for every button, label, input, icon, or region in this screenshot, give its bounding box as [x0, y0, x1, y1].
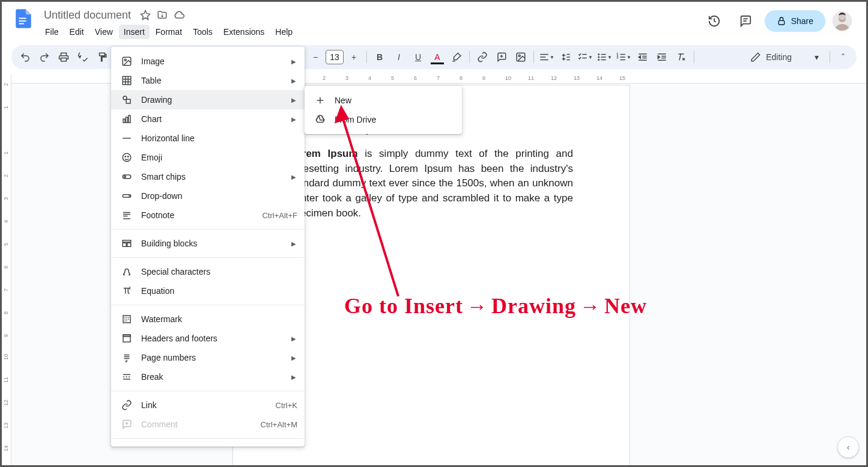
- annotation-text: Go to Insert→Drawing→New: [344, 293, 647, 319]
- svg-marker-86: [336, 107, 348, 122]
- annotation-arrow: [2, 2, 868, 467]
- svg-line-85: [341, 113, 398, 296]
